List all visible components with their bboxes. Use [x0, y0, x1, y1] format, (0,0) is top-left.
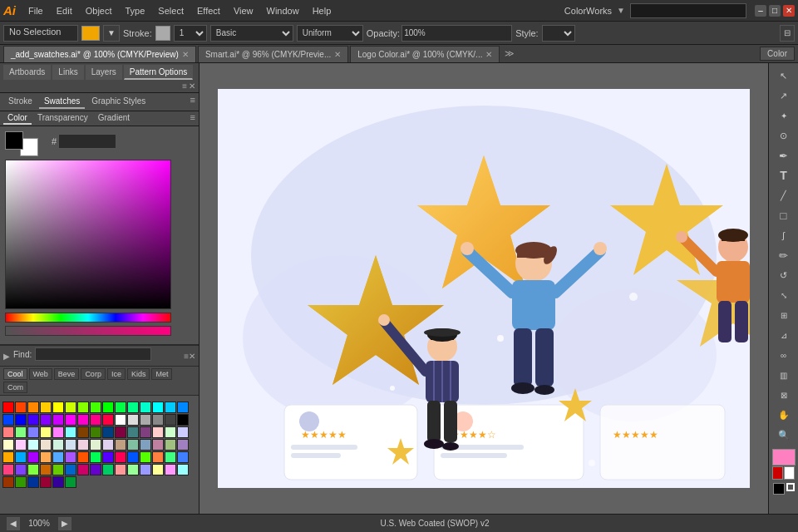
more-tabs-button[interactable]: ≫ [501, 48, 518, 59]
swatch-cell-11[interactable] [140, 401, 151, 413]
search-input[interactable] [630, 3, 746, 18]
swatch-cell-18[interactable] [40, 414, 52, 426]
swatch-cell-19[interactable] [52, 414, 64, 426]
swatch-cell-87[interactable] [152, 464, 164, 475]
swatch-cell-36[interactable] [77, 426, 89, 438]
pen-tool-btn[interactable]: ✒ [772, 146, 796, 165]
swatch-cell-20[interactable] [65, 414, 76, 426]
swatch-cell-27[interactable] [152, 414, 164, 426]
swatch-cell-74[interactable] [177, 451, 189, 463]
hue-slider[interactable] [5, 313, 171, 323]
swatch-cell-76[interactable] [15, 464, 27, 475]
swatch-cell-53[interactable] [102, 439, 114, 451]
swatch-cell-65[interactable] [65, 451, 76, 463]
swatch-cell-64[interactable] [52, 451, 64, 463]
panel-tab-artboards[interactable]: Artboards [3, 65, 51, 80]
swatch-lib-ice[interactable]: Ice [107, 368, 126, 380]
swatch-cell-67[interactable] [90, 451, 101, 463]
swatch-cell-37[interactable] [90, 426, 101, 438]
swatch-cell-34[interactable] [52, 426, 64, 438]
variable-width-select[interactable]: Uniform [297, 25, 363, 42]
swatch-cell-57[interactable] [152, 439, 164, 451]
swatch-cell-63[interactable] [40, 451, 52, 463]
swatch-cell-62[interactable] [27, 451, 39, 463]
swatch-cell-12[interactable] [152, 401, 164, 413]
hand-tool-btn[interactable]: ✋ [772, 406, 796, 424]
swatch-cell-24[interactable] [115, 414, 126, 426]
swatch-cell-81[interactable] [77, 464, 89, 475]
swatch-cell-2[interactable] [27, 401, 39, 413]
scale-tool-btn[interactable]: ⤡ [772, 286, 796, 304]
swatch-cell-51[interactable] [77, 439, 89, 451]
pencil-tool-btn[interactable]: ✏ [772, 246, 796, 264]
magic-wand-tool-btn[interactable]: ✦ [772, 106, 796, 125]
csub-tab-transparency[interactable]: Transparency [33, 112, 92, 125]
swatch-cell-59[interactable] [177, 439, 189, 451]
swatch-cell-26[interactable] [140, 414, 151, 426]
menu-view[interactable]: View [228, 4, 259, 17]
swatch-cell-23[interactable] [102, 414, 114, 426]
menu-help[interactable]: Help [307, 4, 337, 17]
stroke-weight-select[interactable]: 123 [174, 25, 207, 42]
swatch-cell-29[interactable] [177, 414, 189, 426]
swatch-cell-47[interactable] [27, 439, 39, 451]
swatch-cell-13[interactable] [165, 401, 176, 413]
swatch-cell-68[interactable] [102, 451, 114, 463]
panel-tab-layers[interactable]: Layers [86, 65, 122, 80]
panel-collapse-button[interactable]: ✕ [189, 81, 195, 91]
swatch-cell-7[interactable] [90, 401, 101, 413]
swatch-cell-72[interactable] [152, 451, 164, 463]
swatch-cell-44[interactable] [177, 426, 189, 438]
swatch-cell-16[interactable] [15, 414, 27, 426]
swatch-cell-60[interactable] [2, 451, 14, 463]
swatch-cell-48[interactable] [40, 439, 52, 451]
swatch-cell-77[interactable] [27, 464, 39, 475]
tab-0[interactable]: _add_swatches.ai* @ 100% (CMYK/Preview) … [3, 46, 196, 62]
opacity-bar[interactable] [5, 326, 171, 336]
swatch-cell-90[interactable] [2, 476, 14, 488]
swatch-cell-58[interactable] [165, 439, 176, 451]
nav-next-button[interactable]: ▶ [58, 517, 71, 530]
align-button[interactable]: ⊟ [780, 25, 795, 42]
swatch-cell-75[interactable] [2, 464, 14, 475]
swatch-cell-3[interactable] [40, 401, 52, 413]
opacity-input[interactable] [401, 25, 512, 42]
swatch-cell-43[interactable] [165, 426, 176, 438]
swatch-cell-89[interactable] [177, 464, 189, 475]
swatch-cell-35[interactable] [65, 426, 76, 438]
swatch-lib-web[interactable]: Web [29, 368, 52, 380]
csub-tab-color[interactable]: Color [3, 112, 32, 125]
swatch-cell-93[interactable] [40, 476, 52, 488]
direct-selection-tool-btn[interactable]: ↗ [772, 86, 796, 105]
swatch-cell-17[interactable] [27, 414, 39, 426]
swatch-cell-32[interactable] [27, 426, 39, 438]
swatch-cell-14[interactable] [177, 401, 189, 413]
line-tool-btn[interactable]: ╱ [772, 186, 796, 204]
swatch-lib-kids[interactable]: Kids [127, 368, 150, 380]
swatch-cell-45[interactable] [2, 439, 14, 451]
tab-2-close[interactable]: ✕ [485, 50, 492, 59]
tab-1-close[interactable]: ✕ [334, 50, 341, 59]
swatch-lib-met[interactable]: Met [151, 368, 172, 380]
sub-tab-graphic-styles[interactable]: Graphic Styles [86, 95, 150, 109]
brush-select[interactable]: Basic [210, 25, 293, 42]
swatch-cell-41[interactable] [140, 426, 151, 438]
csub-tab-gradient[interactable]: Gradient [94, 112, 134, 125]
stroke-color-swatch[interactable] [155, 26, 170, 41]
swatch-cell-46[interactable] [15, 439, 27, 451]
style-select[interactable] [542, 25, 575, 42]
sub-tab-swatches[interactable]: Swatches [39, 95, 85, 109]
swatch-cell-10[interactable] [127, 401, 139, 413]
swatch-cell-70[interactable] [127, 451, 139, 463]
swatch-cell-22[interactable] [90, 414, 101, 426]
find-input[interactable] [35, 347, 151, 361]
hex-input[interactable]: DE87FF [58, 134, 116, 149]
menu-window[interactable]: Window [261, 4, 305, 17]
swatch-lib-corp[interactable]: Corp [81, 368, 106, 380]
swatch-cell-56[interactable] [140, 439, 151, 451]
swatch-cell-5[interactable] [65, 401, 76, 413]
swatch-cell-88[interactable] [165, 464, 176, 475]
swatch-cell-55[interactable] [127, 439, 139, 451]
eyedropper-tool-btn[interactable]: ⊿ [772, 326, 796, 344]
color-panel-menu[interactable]: ≡ [190, 112, 195, 125]
